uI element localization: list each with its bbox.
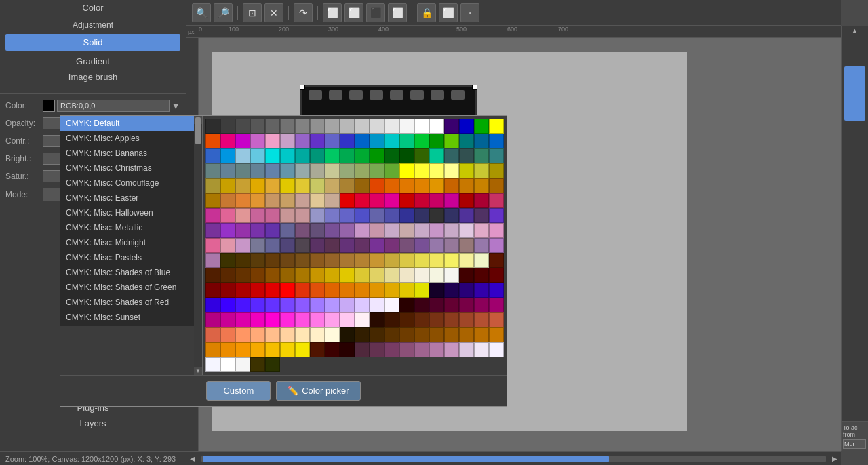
swatch-6-4[interactable]	[399, 193, 414, 208]
swatch-14-16[interactable]	[340, 312, 355, 327]
swatch-8-12[interactable]	[459, 223, 474, 238]
bottom-scroll-thumb[interactable]	[203, 456, 609, 462]
swatch-0-16[interactable]	[444, 119, 459, 134]
swatch-6-0[interactable]	[340, 193, 355, 208]
swatch-9-13[interactable]	[444, 238, 459, 253]
swatch-13-11[interactable]	[295, 298, 310, 312]
swatch-7-12[interactable]	[489, 208, 504, 223]
swatch-7-6[interactable]	[399, 208, 414, 223]
swatch-8-15[interactable]	[205, 238, 220, 253]
swatch-5-9[interactable]	[205, 193, 220, 208]
swatch-17-9[interactable]	[444, 342, 459, 357]
swatch-0-13[interactable]	[399, 119, 414, 134]
color-value-input[interactable]	[57, 100, 170, 112]
swatch-2-1[interactable]	[474, 134, 489, 148]
swatch-7-15[interactable]	[235, 223, 250, 238]
swatch-13-8[interactable]	[250, 298, 265, 312]
swatch-4-9[interactable]	[235, 178, 250, 193]
swatch-13-0[interactable]	[429, 283, 444, 298]
swatch-2-16[interactable]	[399, 148, 414, 163]
swatch-15-0[interactable]	[370, 312, 384, 327]
swatch-11-14[interactable]	[399, 268, 414, 283]
swatch-6-9[interactable]	[474, 193, 489, 208]
swatch-2-12[interactable]	[340, 148, 355, 163]
swatch-11-17[interactable]	[444, 268, 459, 283]
swatch-6-11[interactable]	[205, 208, 220, 223]
swatch-3-10[interactable]	[280, 163, 295, 178]
swatch-4-11[interactable]	[265, 178, 280, 193]
swatch-10-7[interactable]	[325, 253, 340, 268]
swatch-12-6[interactable]	[250, 283, 265, 298]
swatch-8-17[interactable]	[235, 238, 250, 253]
swatch-3-11[interactable]	[295, 163, 310, 178]
swatch-10-12[interactable]	[399, 253, 414, 268]
scroll-right-arrow[interactable]: ▶	[829, 453, 841, 465]
swatch-1-4[interactable]	[250, 134, 265, 148]
swatch-1-2[interactable]	[220, 134, 235, 148]
swatch-8-6[interactable]	[370, 223, 384, 238]
swatch-12-1[interactable]	[474, 268, 489, 283]
swatch-11-2[interactable]	[220, 268, 235, 283]
swatch-12-15[interactable]	[384, 283, 399, 298]
swatch-5-0[interactable]	[370, 178, 384, 193]
swatch-12-3[interactable]	[205, 283, 220, 298]
palette-scroll-down[interactable]: ▼	[194, 367, 202, 375]
swatch-16-17[interactable]	[295, 342, 310, 357]
swatch-12-14[interactable]	[370, 283, 384, 298]
swatch-14-8[interactable]	[220, 312, 235, 327]
swatch-2-2[interactable]	[489, 134, 504, 148]
swatch-4-14[interactable]	[310, 178, 325, 193]
flip-tool[interactable]: ⬛	[366, 3, 385, 22]
swatch-12-17[interactable]	[414, 283, 429, 298]
swatch-9-10[interactable]	[399, 238, 414, 253]
layer-tool[interactable]: ⬜	[439, 3, 458, 22]
swatch-0-17[interactable]	[459, 119, 474, 134]
move-tool[interactable]: ⬜	[344, 3, 363, 22]
swatch-10-13[interactable]	[414, 253, 429, 268]
swatch-11-15[interactable]	[414, 268, 429, 283]
swatch-2-7[interactable]	[265, 148, 280, 163]
swatch-2-14[interactable]	[370, 148, 384, 163]
swatch-10-10[interactable]	[370, 253, 384, 268]
swatch-2-11[interactable]	[325, 148, 340, 163]
swatch-12-0[interactable]	[459, 268, 474, 283]
swatch-5-11[interactable]	[235, 193, 250, 208]
lock-tool[interactable]: 🔒	[417, 3, 436, 22]
swatch-11-1[interactable]	[205, 268, 220, 283]
swatch-9-6[interactable]	[340, 238, 355, 253]
swatch-2-9[interactable]	[295, 148, 310, 163]
swatch-4-7[interactable]	[205, 178, 220, 193]
swatch-10-14[interactable]	[429, 253, 444, 268]
swatch-0-6[interactable]	[295, 119, 310, 134]
palette-item-14[interactable]: CMYK: Nature: Coral reef	[60, 325, 202, 326]
swatch-14-7[interactable]	[205, 312, 220, 327]
swatch-15-9[interactable]	[205, 327, 220, 342]
swatch-10-15[interactable]	[444, 253, 459, 268]
swatch-15-1[interactable]	[384, 312, 399, 327]
swatch-1-15[interactable]	[414, 134, 429, 148]
swatch-3-17[interactable]	[384, 163, 399, 178]
swatch-11-16[interactable]	[429, 268, 444, 283]
swatch-15-16[interactable]	[310, 327, 325, 342]
swatch-0-3[interactable]	[250, 119, 265, 134]
swatch-17-17[interactable]	[265, 357, 280, 372]
swatch-11-4[interactable]	[250, 268, 265, 283]
swatch-9-0[interactable]	[250, 238, 265, 253]
swatch-0-10[interactable]	[355, 119, 370, 134]
swatch-8-7[interactable]	[384, 223, 399, 238]
swatch-12-11[interactable]	[325, 283, 340, 298]
swatch-17-2[interactable]	[340, 342, 355, 357]
swatch-13-17[interactable]	[384, 298, 399, 312]
swatch-16-3[interactable]	[384, 327, 399, 342]
swatch-9-3[interactable]	[295, 238, 310, 253]
swatch-10-17[interactable]	[474, 253, 489, 268]
swatch-6-5[interactable]	[414, 193, 429, 208]
transform-tool[interactable]: ⬞	[460, 3, 479, 22]
swatch-8-16[interactable]	[220, 238, 235, 253]
swatch-3-5[interactable]	[205, 163, 220, 178]
swatch-17-1[interactable]	[325, 342, 340, 357]
swatch-10-11[interactable]	[384, 253, 399, 268]
swatch-17-12[interactable]	[489, 342, 504, 357]
swatch-7-3[interactable]	[355, 208, 370, 223]
swatch-11-8[interactable]	[310, 268, 325, 283]
